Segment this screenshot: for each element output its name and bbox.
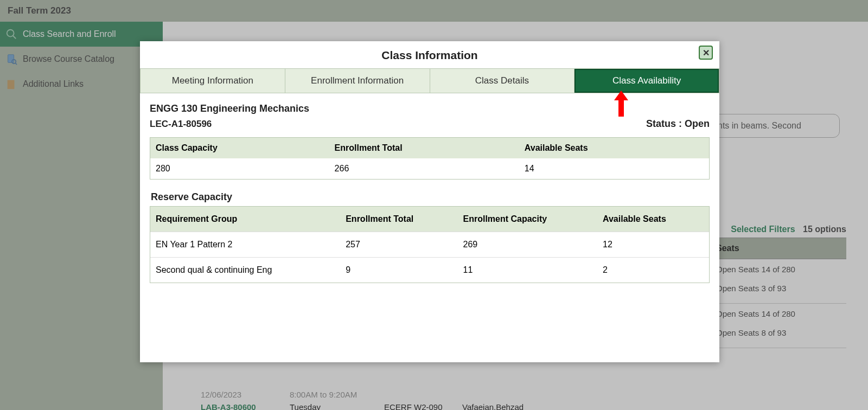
column-header: Class Capacity [150, 138, 329, 158]
course-title: ENGG 130 Engineering Mechanics [150, 103, 309, 114]
course-section: LEC-A1-80596 [150, 119, 309, 130]
reserve-row: Second qual & continuing Eng 9 11 2 [150, 257, 709, 283]
column-header: Requirement Group [150, 207, 340, 232]
svg-marker-6 [614, 91, 628, 117]
column-header: Available Seats [597, 207, 709, 232]
column-header: Available Seats [519, 138, 709, 158]
tab-enrollment-info[interactable]: Enrollment Information [285, 69, 430, 93]
reserve-row: EN Year 1 Pattern 2 257 269 12 [150, 232, 709, 257]
tab-meeting-info[interactable]: Meeting Information [141, 69, 285, 93]
annotation-arrow [613, 91, 629, 120]
capacity-value: 280 [150, 158, 329, 179]
status-label: Status : Open [646, 118, 710, 130]
class-info-modal: Class Information ✕ Meeting Information … [140, 41, 719, 362]
reserve-section-title: Reserve Capacity [151, 191, 710, 203]
enrollment-total-value: 266 [329, 158, 519, 179]
available-seats-value: 14 [519, 158, 709, 179]
tab-class-availability[interactable]: Class Availability [575, 69, 719, 93]
modal-title: Class Information [140, 49, 719, 62]
column-header: Enrollment Total [329, 138, 519, 158]
tab-class-details[interactable]: Class Details [430, 69, 575, 93]
modal-tabs: Meeting Information Enrollment Informati… [140, 68, 719, 93]
close-button[interactable]: ✕ [699, 46, 713, 60]
close-icon: ✕ [703, 48, 710, 58]
column-header: Enrollment Total [340, 207, 457, 232]
reserve-table: Requirement Group Enrollment Total Enrol… [150, 206, 710, 283]
capacity-table: Class Capacity Enrollment Total Availabl… [150, 137, 710, 180]
column-header: Enrollment Capacity [457, 207, 597, 232]
